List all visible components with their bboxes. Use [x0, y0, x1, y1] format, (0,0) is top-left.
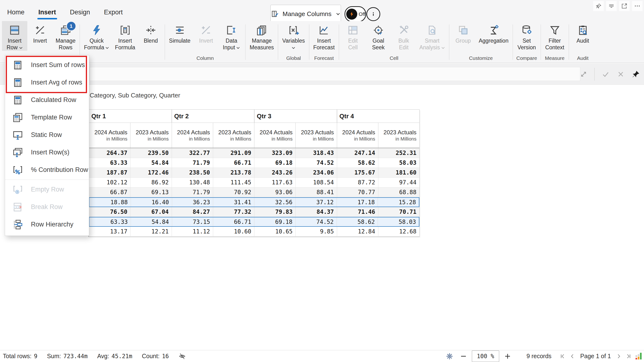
pin-formula-bar-icon[interactable]: [632, 70, 640, 79]
menu-item-insert-sum-of-rows[interactable]: Insert Sum of rows: [5, 56, 89, 74]
table-cell[interactable]: 318.43: [296, 148, 337, 158]
table-cell[interactable]: 9.85: [296, 227, 337, 236]
quarter-header[interactable]: Qtr 3: [254, 110, 337, 123]
table-cell[interactable]: 69.13: [130, 187, 172, 197]
table-cell[interactable]: 247.14: [337, 148, 378, 158]
filter-lines-icon[interactable]: [606, 1, 617, 11]
table-cell[interactable]: 117.63: [254, 178, 296, 187]
table-cell[interactable]: 323.09: [254, 148, 296, 158]
table-cell[interactable]: 69.18: [254, 158, 296, 168]
power-toggle[interactable]: Off: [344, 6, 366, 22]
menu-item-row-hierarchy[interactable]: Row Hierarchy: [5, 216, 89, 233]
aggregation-button[interactable]: Aggregation: [476, 21, 512, 51]
table-cell[interactable]: 234.06: [296, 168, 337, 178]
quarter-header[interactable]: Qtr 4: [337, 110, 420, 123]
table-cell[interactable]: 71.46: [337, 207, 378, 217]
insert-formula-button[interactable]: InsertFormula: [112, 21, 138, 51]
table-cell[interactable]: 243.26: [254, 168, 296, 178]
table-cell[interactable]: 77.32: [213, 207, 254, 217]
info-button[interactable]: [366, 7, 380, 21]
table-cell[interactable]: 175.67: [337, 168, 378, 178]
table-cell[interactable]: 172.46: [130, 168, 172, 178]
table-cell[interactable]: 264.37: [89, 148, 130, 158]
filter-context-button[interactable]: FilterContext: [542, 21, 568, 51]
data-input-button[interactable]: Data Input: [219, 21, 244, 51]
audit-button[interactable]: Audit: [570, 21, 596, 51]
table-cell[interactable]: 67.04: [130, 207, 172, 217]
table-cell[interactable]: 63.33: [90, 217, 131, 226]
zoom-out-minus-icon[interactable]: [460, 353, 467, 360]
menu-item-calculated-row[interactable]: Calculated Row: [5, 91, 89, 109]
table-cell[interactable]: 102.12: [89, 178, 130, 187]
manage-measures-button[interactable]: ManageMeasures: [247, 21, 277, 51]
table-cell[interactable]: 238.50: [172, 168, 213, 178]
table-cell[interactable]: 11.12: [172, 227, 213, 236]
table-cell[interactable]: 18.88: [90, 198, 131, 207]
menu-item-insert-avg-of-rows[interactable]: Insert Avg of rows: [5, 74, 89, 91]
table-cell[interactable]: 63.33: [89, 158, 130, 168]
more-ellipsis-icon[interactable]: [632, 1, 642, 11]
tab-export[interactable]: Export: [104, 9, 123, 19]
table-cell[interactable]: 58.62: [337, 217, 378, 226]
table-cell[interactable]: 187.87: [89, 168, 130, 178]
table-cell[interactable]: 87.72: [337, 178, 378, 187]
first-page-icon[interactable]: [560, 353, 566, 359]
table-cell[interactable]: 37.12: [296, 198, 337, 207]
table-cell[interactable]: 68.88: [378, 187, 419, 197]
measure-header[interactable]: 2023 Actualsin Millions: [296, 123, 337, 148]
quick-formula-button[interactable]: Quick Formula: [81, 21, 112, 51]
formula-input[interactable]: [90, 67, 580, 81]
table-cell[interactable]: 32.56: [254, 198, 296, 207]
measure-header[interactable]: 2023 Actualsin Millions: [378, 123, 419, 148]
measure-header[interactable]: 2023 Actualsin Millions: [130, 123, 172, 148]
tab-home[interactable]: Home: [7, 9, 24, 19]
hide-stats-eye-off-icon[interactable]: [178, 353, 186, 360]
table-cell[interactable]: 79.83: [254, 207, 296, 217]
table-cell[interactable]: 70.92: [213, 187, 254, 197]
table-cell[interactable]: 71.79: [172, 187, 213, 197]
table-cell[interactable]: 108.54: [296, 178, 337, 187]
manage-rows-button[interactable]: 1 ManageRows: [53, 21, 78, 51]
goal-seek-button[interactable]: GoalSeek: [366, 21, 391, 51]
expand-formula-icon[interactable]: [580, 70, 588, 78]
previous-page-icon[interactable]: [569, 353, 576, 359]
table-cell[interactable]: 84.37: [296, 207, 337, 217]
table-cell[interactable]: 13.17: [89, 227, 130, 236]
table-cell[interactable]: 15.28: [378, 198, 419, 207]
table-cell[interactable]: 93.06: [254, 187, 296, 197]
table-cell[interactable]: 58.03: [378, 217, 419, 226]
insert-row-button[interactable]: Insert Row: [2, 21, 27, 51]
next-page-icon[interactable]: [616, 353, 622, 359]
confirm-check-icon[interactable]: [601, 70, 610, 79]
table-cell[interactable]: 97.44: [378, 178, 419, 187]
table-cell[interactable]: 71.79: [172, 158, 213, 168]
table-cell[interactable]: 69.18: [254, 217, 296, 226]
table-cell[interactable]: 73.15: [172, 217, 213, 226]
measure-header[interactable]: 2024 Actualsin Millions: [89, 123, 130, 148]
table-cell[interactable]: 291.09: [213, 148, 254, 158]
table-cell[interactable]: 130.48: [172, 178, 213, 187]
table-cell[interactable]: 213.78: [213, 168, 254, 178]
table-cell[interactable]: 66.71: [213, 217, 254, 226]
table-cell[interactable]: 66.71: [213, 158, 254, 168]
tab-insert[interactable]: Insert: [38, 9, 56, 19]
set-version-button[interactable]: SetVersion: [514, 21, 540, 51]
table-cell[interactable]: 84.27: [172, 207, 213, 217]
table-cell[interactable]: 70.77: [337, 187, 378, 197]
table-cell[interactable]: 239.50: [130, 148, 172, 158]
table-cell[interactable]: 36.23: [172, 198, 213, 207]
menu-item-percent-contribution-row[interactable]: % Contribution Row: [5, 161, 89, 179]
measure-header[interactable]: 2024 Actualsin Millions: [254, 123, 296, 148]
menu-item-insert-rows[interactable]: Insert Row(s): [5, 144, 89, 161]
pin-icon[interactable]: [593, 1, 604, 11]
table-cell[interactable]: 16.40: [131, 198, 172, 207]
tab-design[interactable]: Design: [70, 9, 90, 19]
table-cell[interactable]: 252.31: [378, 148, 419, 158]
zoom-level-input[interactable]: 100 %: [472, 351, 499, 362]
table-cell[interactable]: 12.84: [337, 227, 378, 236]
zoom-in-plus-icon[interactable]: [504, 353, 511, 360]
table-cell[interactable]: 58.62: [337, 158, 378, 168]
insert-forecast-button[interactable]: InsertForecast: [310, 21, 338, 51]
manage-columns-button[interactable]: Manage Columns: [270, 5, 341, 23]
blend-button[interactable]: Blend: [138, 21, 164, 51]
